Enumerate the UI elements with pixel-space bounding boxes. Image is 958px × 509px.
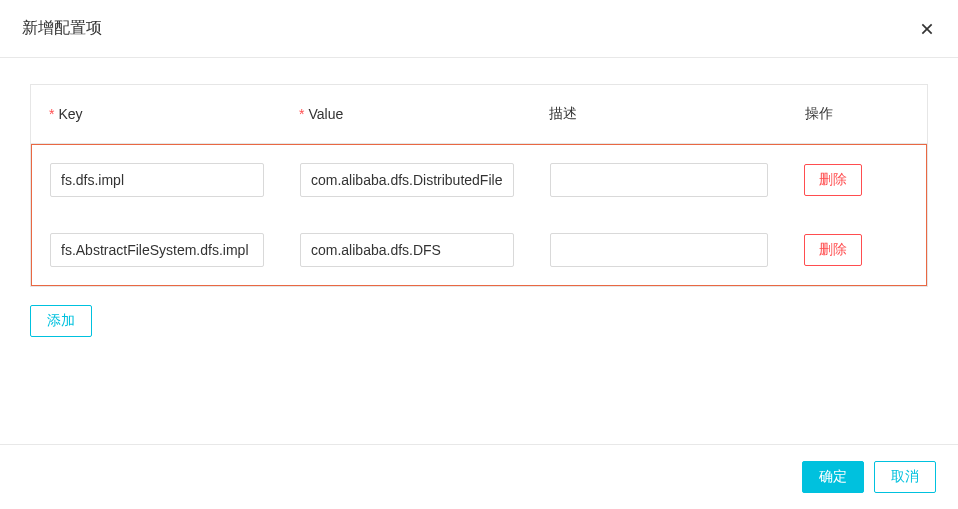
- table-row: 删除: [32, 145, 926, 215]
- description-input[interactable]: [550, 233, 768, 267]
- cell-action: 删除: [786, 163, 926, 197]
- dialog-body: * Key * Value 描述 操作: [0, 58, 958, 444]
- required-asterisk: *: [49, 106, 54, 122]
- cell-value: [282, 163, 532, 197]
- dialog-header: 新增配置项: [0, 0, 958, 58]
- close-icon[interactable]: [918, 20, 936, 38]
- confirm-button[interactable]: 确定: [802, 461, 864, 493]
- column-header-key-label: Key: [58, 106, 82, 122]
- table-body: 删除 删除: [31, 144, 927, 286]
- dialog: 新增配置项 * Key * Value 描述: [0, 0, 958, 509]
- column-header-description: 描述: [531, 85, 787, 143]
- cell-description: [532, 233, 786, 267]
- column-header-key: * Key: [31, 85, 281, 143]
- key-input[interactable]: [50, 233, 264, 267]
- column-header-action: 操作: [787, 85, 927, 143]
- description-input[interactable]: [550, 163, 768, 197]
- value-input[interactable]: [300, 163, 514, 197]
- cell-action: 删除: [786, 233, 926, 267]
- cancel-button[interactable]: 取消: [874, 461, 936, 493]
- table-row: 删除: [32, 215, 926, 285]
- delete-button[interactable]: 删除: [804, 164, 862, 196]
- cell-key: [32, 163, 282, 197]
- cell-description: [532, 163, 786, 197]
- cell-key: [32, 233, 282, 267]
- dialog-title: 新增配置项: [22, 18, 102, 39]
- table-header-row: * Key * Value 描述 操作: [31, 85, 927, 144]
- key-input[interactable]: [50, 163, 264, 197]
- add-button[interactable]: 添加: [30, 305, 92, 337]
- delete-button[interactable]: 删除: [804, 234, 862, 266]
- required-asterisk: *: [299, 106, 304, 122]
- column-header-action-label: 操作: [805, 105, 833, 123]
- value-input[interactable]: [300, 233, 514, 267]
- dialog-footer: 确定 取消: [0, 444, 958, 509]
- config-table: * Key * Value 描述 操作: [30, 84, 928, 287]
- cell-value: [282, 233, 532, 267]
- column-header-value: * Value: [281, 85, 531, 143]
- column-header-value-label: Value: [308, 106, 343, 122]
- column-header-description-label: 描述: [549, 105, 577, 123]
